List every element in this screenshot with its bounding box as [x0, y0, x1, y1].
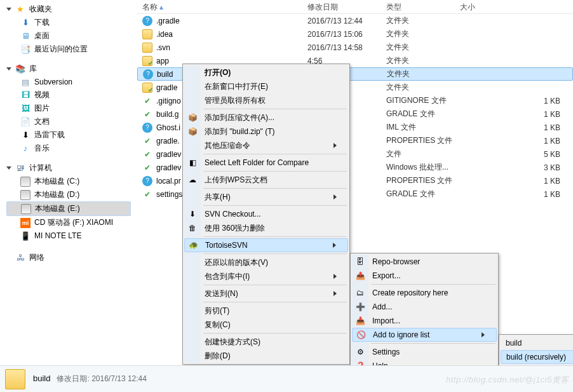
sort-icon: ▴: [159, 3, 163, 11]
menu-label: Repo-browser: [372, 257, 420, 266]
nav-favorites[interactable]: ★收藏夹: [6, 3, 131, 16]
nav-computer[interactable]: 🖳计算机: [6, 161, 131, 175]
file-date: 2016/7/13 12:44: [307, 17, 386, 25]
nav-network[interactable]: 🖧网络: [6, 251, 131, 264]
menu-item[interactable]: 还原以前的版本(V): [184, 255, 348, 269]
menu-label: 剪切(T): [205, 306, 229, 316]
file-size: 1 KB: [460, 110, 573, 119]
menu-item[interactable]: 在新窗口中打开(E): [184, 79, 348, 93]
menu-label: build (recursively): [506, 353, 566, 362]
menu-label: 在新窗口中打开(E): [205, 81, 268, 92]
video-icon: 🎞: [20, 90, 30, 100]
file-type: GRADLE 文件: [386, 189, 460, 199]
col-name[interactable]: 名称 ▴: [137, 0, 302, 13]
repo-icon: 🗄: [355, 257, 365, 267]
menu-item[interactable]: 📤Export...: [352, 269, 497, 283]
nav-drive-e[interactable]: 本地磁盘 (E:): [6, 201, 131, 216]
add-icon: ➕: [355, 302, 365, 312]
star-icon: ★: [15, 4, 25, 15]
menu-label: Create repository here: [372, 288, 448, 297]
picture-icon: 🖼: [20, 104, 30, 114]
nav-phone[interactable]: 📱MI NOTE LTE: [6, 229, 131, 242]
nav-xunlei[interactable]: ⬇迅雷下载: [6, 128, 131, 142]
menu-label: 使用 360强力删除: [205, 223, 265, 234]
menu-label: 打开(O): [205, 67, 231, 78]
menu-item[interactable]: 包含到库中(I): [184, 269, 348, 283]
file-type: IML 文件: [386, 122, 460, 133]
menu-item[interactable]: ◧Select Left Folder for Compare: [184, 156, 348, 170]
menu-item[interactable]: 🗑使用 360强力删除: [184, 221, 348, 235]
computer-icon: 🖳: [15, 163, 25, 173]
menu-item[interactable]: 📥Import...: [352, 314, 497, 328]
file-size: 5 KB: [460, 150, 573, 159]
col-type[interactable]: 类型: [381, 0, 455, 13]
menu-label: 发送到(N): [205, 288, 238, 299]
file-size: 1 KB: [460, 137, 573, 145]
wps-icon: ☁: [187, 175, 198, 185]
menu-item[interactable]: build: [501, 336, 573, 350]
nav-drive-d[interactable]: 本地磁盘 (D:): [6, 188, 131, 201]
menu-item[interactable]: 🐢TortoiseSVN: [184, 238, 348, 252]
crep-icon: 🗂: [355, 288, 365, 298]
cd-icon: mi: [20, 218, 30, 228]
nav-cd[interactable]: miCD 驱动器 (F:) XIAOMI: [6, 216, 131, 229]
col-date[interactable]: 修改日期: [302, 0, 381, 13]
set-icon: ⚙: [355, 347, 365, 357]
nav-recent[interactable]: 📑最近访问的位置: [6, 43, 131, 56]
file-row[interactable]: ?.gradle2016/7/13 12:44文件夹: [137, 14, 573, 27]
file-type: 文件: [386, 149, 460, 159]
nav-svn[interactable]: ▤Subversion: [6, 76, 131, 88]
file-type: 文件夹: [386, 82, 460, 93]
menu-label: 添加到 "build.zip" (T): [205, 126, 275, 137]
svn-icon: ▤: [20, 77, 30, 87]
menu-label: 包含到库中(I): [205, 271, 250, 282]
menu-item[interactable]: 共享(H): [184, 190, 348, 204]
menu-item[interactable]: 打开(O): [184, 65, 348, 79]
menu-item[interactable]: 删除(D): [184, 349, 348, 363]
file-size: 1 KB: [460, 190, 573, 199]
menu-item[interactable]: build (recursively): [501, 350, 573, 364]
menu-item[interactable]: 创建快捷方式(S): [184, 335, 348, 349]
menu-item[interactable]: 🗄Repo-browser: [352, 255, 497, 269]
menu-item[interactable]: ⬇SVN Checkout...: [184, 207, 348, 221]
file-size: 3 KB: [460, 163, 573, 172]
menu-label: 复制(C): [205, 320, 231, 330]
nav-desktop[interactable]: 🖥桌面: [6, 29, 131, 43]
menu-item[interactable]: 🗂Create repository here: [352, 286, 497, 300]
nav-video[interactable]: 🎞视频: [6, 88, 131, 102]
menu-item[interactable]: 发送到(N): [184, 287, 348, 301]
menu-item[interactable]: 🚫Add to ignore list: [352, 328, 497, 342]
nav-drive-c[interactable]: 本地磁盘 (C:): [6, 175, 131, 188]
menu-item[interactable]: 复制(C): [184, 318, 348, 332]
menu-label: 上传到WPS云文档: [205, 175, 267, 186]
menu-item[interactable]: 其他压缩命令: [184, 139, 348, 152]
drive-icon: [20, 177, 30, 187]
menu-item[interactable]: 剪切(T): [184, 304, 348, 318]
menu-item[interactable]: 管理员取得所有权: [184, 93, 348, 107]
menu-item[interactable]: 📦添加到压缩文件(A)...: [184, 111, 348, 125]
menu-item[interactable]: ⚙Settings: [352, 345, 497, 359]
nav-music[interactable]: ♪音乐: [6, 142, 131, 155]
watermark: http://blog.csdn.net/@j1ci5黄客: [446, 374, 569, 386]
menu-label: Add to ignore list: [373, 330, 429, 339]
ign-icon: 🚫: [356, 330, 366, 340]
col-size[interactable]: 大小: [455, 0, 573, 13]
file-name: .svn: [156, 43, 307, 52]
menu-label: 其他压缩命令: [205, 140, 250, 151]
menu-item[interactable]: 📦添加到 "build.zip" (T): [184, 125, 348, 139]
file-type: PROPERTIES 文件: [386, 175, 460, 186]
menu-item[interactable]: ☁上传到WPS云文档: [184, 173, 348, 187]
file-row[interactable]: .svn2016/7/13 14:58文件夹: [137, 41, 573, 54]
file-type: 文件夹: [386, 29, 460, 39]
expand-icon: [6, 166, 11, 170]
tsvn-icon: 🐢: [188, 240, 198, 250]
file-row[interactable]: .idea2016/7/13 15:06文件夹: [137, 27, 573, 41]
nav-downloads[interactable]: ⬇下载: [6, 16, 131, 29]
expand-icon: [6, 8, 11, 11]
nav-docs[interactable]: 📄文档: [6, 115, 131, 128]
menu-item[interactable]: ➕Add...: [352, 300, 497, 314]
imp-icon: 📥: [355, 316, 365, 326]
nav-library[interactable]: 📚库: [6, 62, 131, 76]
submenu-arrow-icon: [482, 332, 485, 337]
nav-pictures[interactable]: 🖼图片: [6, 102, 131, 115]
